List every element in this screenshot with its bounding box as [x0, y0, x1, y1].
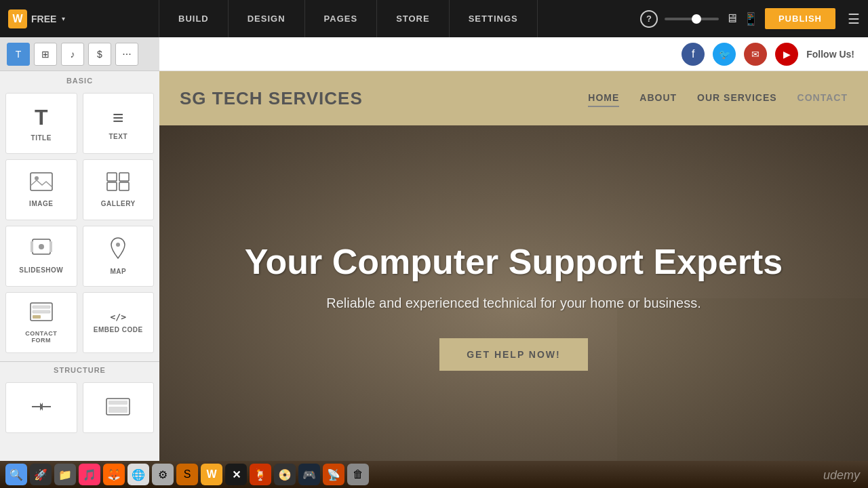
- site-nav-home[interactable]: HOME: [588, 89, 619, 107]
- widget-text-label: TEXT: [108, 133, 127, 140]
- gallery-icon: [106, 172, 130, 196]
- widget-map-label: MAP: [110, 268, 126, 275]
- remote-icon[interactable]: 📡: [323, 464, 344, 485]
- sidebar: T ⊞ ♪ $ ··· BASIC T TITLE ≡ TEXT IMAGE: [0, 37, 159, 488]
- cocktail-icon[interactable]: 🍹: [250, 464, 271, 485]
- trash-icon[interactable]: 🗑: [347, 464, 369, 485]
- taskbar: 🔍 🚀 📁 🎵 🦊 🌐 ⚙ S W ✕ 🍹 📀 🎮 📡 🗑 udemy: [0, 461, 868, 488]
- widget-contact-form[interactable]: CONTACTFORM: [5, 292, 77, 353]
- widget-gallery-label: GALLERY: [101, 200, 136, 207]
- facebook-icon[interactable]: f: [682, 43, 705, 66]
- structure-divider[interactable]: [5, 382, 77, 433]
- embed-icon: </>: [111, 312, 126, 322]
- svg-point-9: [39, 244, 44, 249]
- widget-contact-label: CONTACTFORM: [25, 330, 57, 344]
- logo-section: W FREE ▾: [0, 0, 159, 37]
- widget-title[interactable]: T TITLE: [5, 93, 77, 154]
- widget-text[interactable]: ≡ TEXT: [83, 93, 155, 154]
- tool-media[interactable]: ♪: [61, 43, 84, 66]
- widget-slideshow[interactable]: SLIDESHOW: [5, 226, 77, 287]
- widget-map[interactable]: MAP: [83, 226, 155, 287]
- hamburger-icon[interactable]: ☰: [848, 11, 860, 27]
- svg-rect-20: [108, 407, 127, 413]
- tool-layout[interactable]: ⊞: [34, 43, 57, 66]
- itunes-icon[interactable]: 🎵: [79, 464, 100, 485]
- steam-icon[interactable]: 🎮: [298, 464, 320, 485]
- site-nav-contact[interactable]: CONTACT: [797, 89, 848, 107]
- desktop-icon[interactable]: 🖥: [726, 12, 738, 26]
- main-content: f 🐦 ✉ ▶ Follow Us! SG TECH SERVICES HOME…: [159, 37, 868, 488]
- structure-section-label: STRUCTURE: [0, 361, 159, 377]
- structure-grid: [0, 377, 159, 439]
- youtube-icon[interactable]: ▶: [775, 43, 798, 66]
- nav-design[interactable]: DESIGN: [229, 0, 305, 37]
- x-icon[interactable]: ✕: [225, 464, 247, 485]
- nav-settings[interactable]: SETTINGS: [450, 0, 538, 37]
- svg-rect-13: [33, 310, 50, 313]
- sequel-icon[interactable]: S: [176, 464, 198, 485]
- widget-embed[interactable]: </> EMBED CODE: [83, 292, 155, 353]
- dvd-icon[interactable]: 📀: [274, 464, 296, 485]
- nav-store[interactable]: STORE: [377, 0, 450, 37]
- section-icon: [106, 398, 130, 418]
- tool-more[interactable]: ···: [115, 43, 138, 66]
- zoom-control[interactable]: [665, 18, 719, 20]
- site-logo: SG TECH SERVICES: [180, 88, 588, 109]
- publish-button[interactable]: PUBLISH: [765, 8, 835, 29]
- title-icon: T: [35, 105, 48, 130]
- chrome-icon[interactable]: 🌐: [127, 464, 149, 485]
- cta-button[interactable]: GET HELP NOW!: [439, 338, 588, 371]
- svg-rect-2: [107, 173, 117, 181]
- device-switcher: 🖥 📱: [726, 12, 758, 26]
- firefox-icon[interactable]: 🦊: [103, 464, 125, 485]
- svg-rect-19: [108, 401, 127, 405]
- basic-section-label: BASIC: [0, 71, 159, 87]
- widget-title-label: TITLE: [31, 134, 52, 142]
- structure-section[interactable]: [83, 382, 155, 433]
- plan-label: FREE: [31, 14, 56, 24]
- slideshow-icon: [30, 239, 53, 262]
- nav-build[interactable]: BUILD: [159, 0, 229, 37]
- widget-slideshow-label: SLIDESHOW: [19, 266, 63, 274]
- tool-store[interactable]: $: [88, 43, 111, 66]
- website-area: SG TECH SERVICES HOME ABOUT OUR SERVICES…: [159, 71, 868, 488]
- image-icon: [30, 172, 53, 196]
- site-nav: HOME ABOUT OUR SERVICES CONTACT: [588, 89, 848, 107]
- settings-icon[interactable]: ⚙: [152, 464, 174, 485]
- svg-rect-3: [119, 173, 129, 181]
- mobile-icon[interactable]: 📱: [743, 12, 758, 26]
- widget-image-label: IMAGE: [29, 200, 53, 207]
- hero-title: Your Computer Support Experts: [245, 243, 783, 281]
- text-icon: ≡: [113, 107, 123, 129]
- svg-rect-4: [107, 182, 117, 190]
- widget-image[interactable]: IMAGE: [5, 159, 77, 220]
- widget-gallery[interactable]: GALLERY: [83, 159, 155, 220]
- svg-rect-0: [31, 173, 52, 190]
- sidebar-tools: T ⊞ ♪ $ ···: [0, 37, 159, 71]
- weebly-logo[interactable]: W: [8, 9, 27, 28]
- finder-icon[interactable]: 🔍: [5, 464, 27, 485]
- help-button[interactable]: ?: [640, 10, 658, 28]
- udemy-watermark: udemy: [823, 468, 860, 483]
- nav-pages[interactable]: PAGES: [305, 0, 378, 37]
- divider-icon: [29, 400, 54, 416]
- tool-text[interactable]: T: [7, 43, 30, 66]
- email-icon[interactable]: ✉: [744, 43, 767, 66]
- top-nav: BUILD DESIGN PAGES STORE SETTINGS: [159, 0, 632, 37]
- site-header: SG TECH SERVICES HOME ABOUT OUR SERVICES…: [159, 71, 868, 125]
- zoom-thumb[interactable]: [692, 14, 701, 24]
- right-controls: ? 🖥 📱 PUBLISH ☰: [632, 8, 868, 29]
- svg-rect-8: [50, 241, 52, 252]
- chevron-down-icon[interactable]: ▾: [62, 15, 65, 22]
- svg-rect-7: [31, 241, 33, 252]
- launchpad-icon[interactable]: 🚀: [30, 464, 52, 485]
- site-nav-about[interactable]: ABOUT: [639, 89, 677, 107]
- map-icon: [108, 237, 127, 264]
- site-nav-services[interactable]: OUR SERVICES: [697, 89, 777, 107]
- contact-form-icon: [30, 302, 53, 326]
- zoom-track[interactable]: [665, 18, 719, 20]
- follow-us-text: Follow Us!: [806, 49, 854, 60]
- files-icon[interactable]: 📁: [54, 464, 76, 485]
- twitter-icon[interactable]: 🐦: [713, 43, 736, 66]
- weebly-icon[interactable]: W: [201, 464, 222, 485]
